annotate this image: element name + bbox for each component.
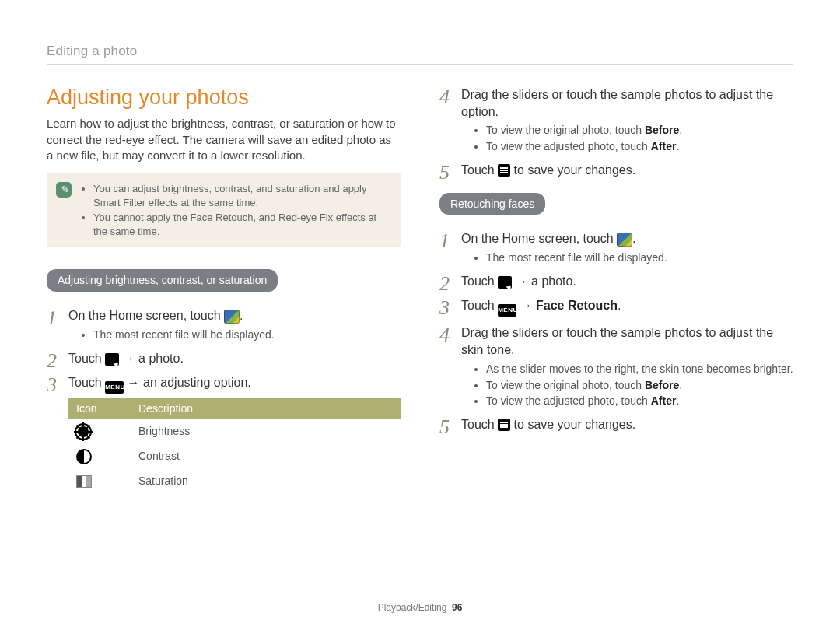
step-3: Touch MENU → Face Retouch. bbox=[439, 297, 793, 317]
page-number: 96 bbox=[452, 602, 462, 613]
step-2: Touch → a photo. bbox=[439, 273, 793, 290]
step-text: On the Home screen, touch bbox=[68, 309, 224, 322]
step-text: → a photo. bbox=[512, 275, 576, 288]
step-1-sub: The most recent file will be displayed. bbox=[93, 328, 401, 342]
step-text: On the Home screen, touch bbox=[461, 232, 617, 245]
step-text: Touch bbox=[461, 418, 498, 431]
note-icon: ✎ bbox=[56, 182, 72, 198]
gallery-icon bbox=[617, 233, 632, 247]
steps-adjusting-cont: Drag the sliders or touch the sample pho… bbox=[439, 86, 793, 179]
right-column: Drag the sliders or touch the sample pho… bbox=[439, 79, 793, 501]
step-text: → bbox=[516, 299, 536, 312]
breadcrumb: Editing a photo bbox=[47, 43, 793, 65]
step-4: Drag the sliders or touch the sample pho… bbox=[439, 324, 793, 408]
table-row: Brightness bbox=[68, 419, 401, 443]
step-text: Touch bbox=[461, 163, 498, 177]
steps-retouching: On the Home screen, touch . The most rec… bbox=[439, 230, 793, 433]
step-5: Touch to save your changes. bbox=[439, 416, 793, 433]
sub-text: To view the adjusted photo, touch bbox=[486, 394, 651, 407]
menu-icon: MENU bbox=[498, 304, 516, 317]
adjusting-options-table: Icon Description Brightness Contrast bbox=[68, 398, 401, 492]
step-4-sub: To view the original photo, touch Before… bbox=[486, 378, 793, 393]
face-retouch-label: Face Retouch bbox=[536, 299, 618, 312]
footer-section: Playback/Editing bbox=[378, 602, 447, 613]
step-3: Touch MENU → an adjusting option. Icon D… bbox=[47, 374, 401, 492]
sub-text: To view the original photo, touch bbox=[486, 124, 645, 136]
table-cell: Contrast bbox=[131, 443, 401, 468]
page-footer: Playback/Editing 96 bbox=[0, 601, 840, 614]
saturation-icon bbox=[76, 475, 92, 488]
after-label: After bbox=[651, 394, 677, 407]
intro-paragraph: Learn how to adjust the brightness, cont… bbox=[47, 116, 401, 163]
step-4-sub: To view the adjusted photo, touch After. bbox=[486, 139, 793, 154]
subsection-heading-adjusting: Adjusting brightness, contrast, or satur… bbox=[47, 269, 278, 292]
sub-text: To view the original photo, touch bbox=[486, 379, 645, 391]
manual-page: Editing a photo Adjusting your photos Le… bbox=[0, 0, 840, 634]
step-1-sub: The most recent file will be displayed. bbox=[486, 250, 793, 265]
step-4-sub: To view the original photo, touch Before… bbox=[486, 123, 793, 138]
step-text: Touch bbox=[461, 275, 498, 288]
step-2: Touch → a photo. bbox=[47, 350, 401, 367]
step-1: On the Home screen, touch . The most rec… bbox=[439, 230, 793, 264]
table-row: Contrast bbox=[68, 443, 401, 468]
note-item: You cannot apply the Face Retouch, and R… bbox=[93, 211, 390, 238]
menu-icon: MENU bbox=[105, 381, 124, 394]
contrast-icon bbox=[76, 449, 92, 464]
after-label: After bbox=[651, 140, 677, 152]
gallery-icon bbox=[224, 310, 240, 324]
step-text: → an adjusting option. bbox=[124, 376, 251, 389]
step-text: Drag the sliders or touch the sample pho… bbox=[461, 326, 773, 356]
edit-icon bbox=[498, 276, 512, 289]
step-text: Touch bbox=[461, 299, 498, 312]
table-cell: Saturation bbox=[131, 469, 401, 493]
save-icon bbox=[498, 164, 510, 177]
table-row: Saturation bbox=[68, 469, 401, 493]
step-text: to save your changes. bbox=[510, 163, 635, 177]
edit-icon bbox=[105, 353, 119, 366]
step-4-sub: To view the adjusted photo, touch After. bbox=[486, 394, 793, 408]
note-callout: ✎ You can adjust brightness, contrast, a… bbox=[47, 173, 401, 247]
note-item: You can adjust brightness, contrast, and… bbox=[93, 182, 390, 209]
table-header-desc: Description bbox=[131, 398, 401, 419]
step-text: → a photo. bbox=[119, 352, 184, 365]
step-1: On the Home screen, touch . The most rec… bbox=[47, 307, 401, 342]
sub-text: To view the adjusted photo, touch bbox=[486, 140, 651, 152]
page-title: Adjusting your photos bbox=[47, 83, 401, 111]
step-text: Touch bbox=[68, 352, 105, 365]
step-4-sub: As the slider moves to the right, the sk… bbox=[486, 362, 793, 377]
step-text: Drag the sliders or touch the sample pho… bbox=[461, 88, 773, 118]
step-5: Touch to save your changes. bbox=[439, 162, 793, 179]
step-4: Drag the sliders or touch the sample pho… bbox=[439, 86, 793, 154]
step-text: Touch bbox=[68, 376, 105, 389]
subsection-heading-retouching: Retouching faces bbox=[439, 193, 545, 215]
table-header-icon: Icon bbox=[68, 398, 131, 419]
brightness-icon bbox=[76, 425, 90, 439]
table-cell: Brightness bbox=[131, 419, 401, 443]
before-label: Before bbox=[645, 379, 679, 391]
steps-adjusting: On the Home screen, touch . The most rec… bbox=[47, 307, 401, 492]
left-column: Adjusting your photos Learn how to adjus… bbox=[47, 79, 401, 501]
save-icon bbox=[498, 419, 510, 431]
before-label: Before bbox=[645, 124, 679, 136]
step-text: to save your changes. bbox=[510, 418, 635, 431]
